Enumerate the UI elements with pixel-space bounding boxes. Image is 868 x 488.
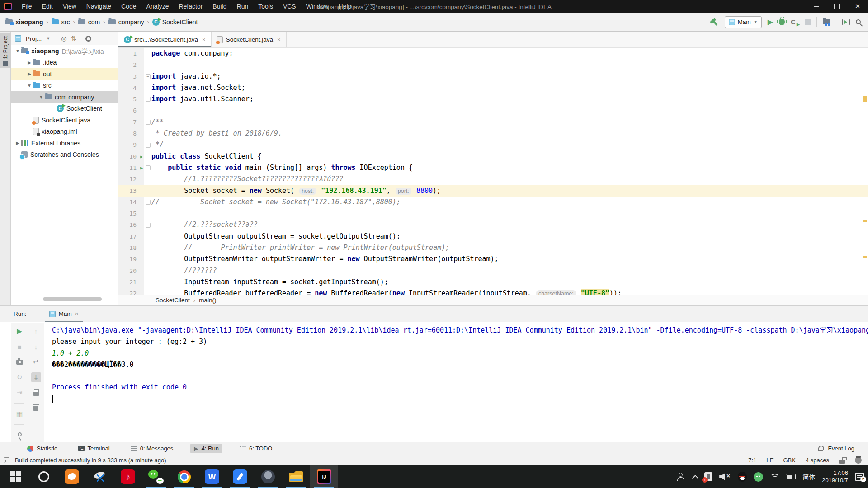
code-line-1[interactable]: 1package com.company;	[118, 48, 868, 59]
taskbar-app-netease-music[interactable]	[114, 465, 142, 488]
code-line-13[interactable]: 13 Socket socket = new Socket( host: "19…	[118, 185, 868, 197]
code-line-6[interactable]: 6	[118, 105, 868, 116]
editor-tab-inactive[interactable]: SocketClient.java×	[212, 32, 287, 47]
code-line-17[interactable]: 17 OutputStream outputStream = socket.ge…	[118, 231, 868, 242]
print-icon[interactable]	[31, 388, 41, 398]
fold-icon[interactable]: −	[146, 74, 151, 79]
menu-tools[interactable]: Tools	[254, 1, 278, 12]
code-line-9[interactable]: 9− */	[118, 139, 868, 150]
build-hammer-icon[interactable]	[708, 15, 720, 28]
people-icon[interactable]	[676, 473, 686, 481]
close-icon[interactable]: ×	[75, 310, 79, 317]
project-view-selector[interactable]: Proj...	[26, 35, 42, 42]
menu-navigate[interactable]: Navigate	[82, 1, 116, 12]
caret-position[interactable]: 7:1	[748, 457, 756, 464]
chevron-down-icon[interactable]: ▼	[14, 48, 21, 53]
breadcrumb-class[interactable]: SocketClient	[156, 297, 190, 304]
run-tab-main[interactable]: Main ×	[45, 306, 83, 322]
code-line-16[interactable]: 16− //2.???socket??∂??	[118, 219, 868, 230]
indent-setting[interactable]: 4 spaces	[806, 457, 829, 464]
tree-item-socketclient[interactable]: SocketClient	[11, 103, 118, 115]
code-editor[interactable]: 1package com.company;23−import java.io.*…	[118, 48, 868, 295]
menu-analyze[interactable]: Analyze	[142, 1, 174, 12]
breadcrumb-item-socketclient[interactable]: SocketClient	[152, 19, 198, 26]
code-line-4[interactable]: 4import java.net.Socket;	[118, 82, 868, 94]
tool-button-project[interactable]: 1: Project	[0, 33, 11, 68]
chevron-down-icon[interactable]: ▼	[26, 83, 33, 88]
taskbar-app-chrome[interactable]	[170, 465, 198, 488]
run-line-icon[interactable]: ▶	[140, 151, 143, 162]
status-message[interactable]: Build completed successfully in 9 s 333 …	[15, 457, 166, 464]
close-icon[interactable]: ×	[277, 36, 281, 43]
collapse-all-icon[interactable]: ⇅	[71, 35, 76, 42]
taskbar-app-avatar-app[interactable]	[254, 465, 282, 488]
clock[interactable]: 17:06 2019/10/7	[822, 469, 848, 484]
code-line-10[interactable]: 10▶public class SocketClient {	[118, 151, 868, 162]
run-config-selector[interactable]: Main ▼	[725, 16, 762, 28]
code-line-19[interactable]: 19 OutputStreamWriter outputStreamWriter…	[118, 253, 868, 265]
event-log-button[interactable]: Event Log	[818, 445, 854, 452]
taskbar-app-orange-app[interactable]	[58, 465, 86, 488]
taskbar-app-wechat[interactable]	[142, 465, 170, 488]
tool-window-button-terminal[interactable]: Terminal	[75, 444, 113, 453]
taskbar-app-file-explorer[interactable]	[282, 465, 310, 488]
file-encoding[interactable]: GBK	[783, 457, 795, 464]
stop-button[interactable]	[805, 19, 811, 25]
menu-code[interactable]: Code	[117, 1, 141, 12]
wifi-icon[interactable]	[770, 474, 779, 480]
run-button[interactable]: ▶	[768, 18, 773, 26]
fold-icon[interactable]: −	[146, 200, 151, 205]
menu-run[interactable]: Run	[232, 1, 253, 12]
taskbar-app-start[interactable]	[2, 465, 30, 488]
project-structure-icon[interactable]	[823, 19, 830, 24]
code-line-2[interactable]: 2	[118, 59, 868, 70]
fold-icon[interactable]: −	[146, 120, 151, 125]
lock-icon[interactable]	[839, 460, 845, 464]
taskbar-app-note-app[interactable]	[226, 465, 254, 488]
volume-muted-icon[interactable]	[719, 473, 731, 480]
stop-process-button[interactable]: ■	[14, 342, 24, 352]
detach-icon[interactable]: ⇥	[14, 388, 24, 398]
qq-tray-icon[interactable]	[738, 472, 747, 482]
code-line-11[interactable]: 11▶− public static void main (String[] a…	[118, 162, 868, 174]
locate-file-icon[interactable]: ◎	[61, 35, 66, 42]
fold-icon[interactable]: −	[146, 223, 151, 228]
maximize-button[interactable]	[826, 0, 847, 13]
chevron-down-icon[interactable]: ▼	[46, 36, 50, 41]
fold-icon[interactable]: −	[146, 143, 151, 148]
tree-item--idea[interactable]: ▶.idea	[11, 57, 118, 69]
tool-window-button-6-todo[interactable]: 6: TODO	[236, 444, 276, 453]
chevron-down-icon[interactable]: ▼	[38, 94, 45, 99]
stripe-mark[interactable]	[863, 256, 867, 258]
tool-window-button-statistic[interactable]: Statistic	[24, 444, 61, 453]
minimize-button[interactable]	[806, 0, 826, 13]
run-anything-icon[interactable]	[842, 19, 850, 25]
wechat-tray-icon[interactable]	[754, 472, 763, 482]
code-line-18[interactable]: 18 // PrintWriter printWriter = new Prin…	[118, 242, 868, 253]
code-line-22[interactable]: 22 BufferedReader bufferedReader = new B…	[118, 288, 868, 295]
taskbar-app-capture-app[interactable]	[86, 465, 114, 488]
code-line-5[interactable]: 5−import java.util.Scanner;	[118, 94, 868, 105]
chevron-right-icon[interactable]: ▶	[14, 141, 21, 145]
tool-window-button-4-run[interactable]: ▶4: Run	[190, 444, 222, 453]
code-line-15[interactable]: 15	[118, 208, 868, 219]
restore-layout-icon[interactable]: ▦	[14, 409, 24, 419]
menu-file[interactable]: File	[17, 1, 37, 12]
tree-item-external-libraries[interactable]: ▶External Libraries	[11, 137, 118, 149]
search-everywhere-icon[interactable]	[856, 19, 861, 24]
tree-item-socketclient-java[interactable]: SocketClient.java	[11, 114, 118, 126]
line-separator[interactable]: LF	[766, 457, 773, 464]
taskbar-app-wps[interactable]	[198, 465, 226, 488]
breadcrumb-item-xiaopang[interactable]: xiaopang	[5, 19, 43, 26]
input-language[interactable]: 简体	[802, 472, 815, 481]
gear-icon[interactable]	[85, 36, 91, 42]
battery-icon[interactable]	[786, 474, 796, 479]
tree-item-xiaopang-iml[interactable]: xiaopang.iml	[11, 126, 118, 138]
tray-expand-icon[interactable]	[692, 474, 698, 481]
dump-threads-icon[interactable]	[14, 357, 24, 367]
breadcrumb-item-com[interactable]: com	[78, 19, 100, 26]
code-line-21[interactable]: 21 InputStream inputStream = socket.getI…	[118, 277, 868, 288]
horizontal-scrollbar[interactable]	[43, 297, 102, 301]
tool-window-button-0-messages[interactable]: 0: Messages	[127, 444, 177, 453]
breadcrumb-method[interactable]: main()	[199, 297, 216, 304]
